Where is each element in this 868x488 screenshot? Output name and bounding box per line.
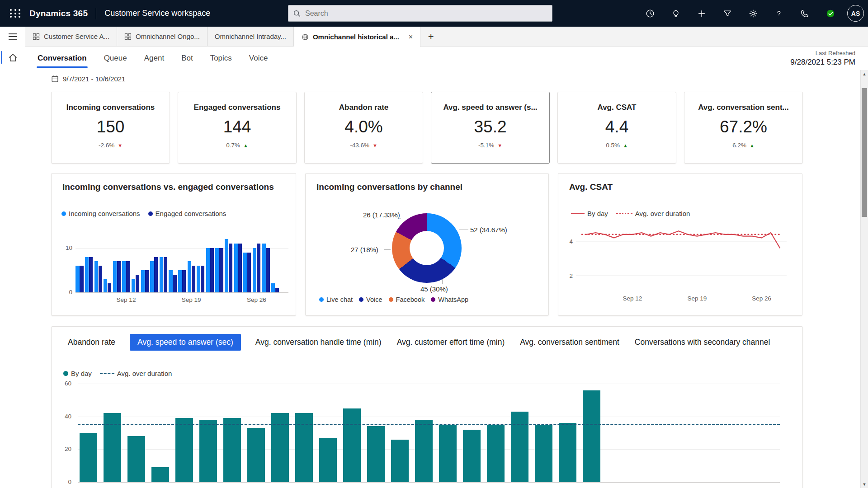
bar xyxy=(113,261,117,292)
trend-up-icon: ▲ xyxy=(750,143,755,148)
scroll-down-arrow[interactable]: ▼ xyxy=(861,480,868,488)
date-range-filter[interactable]: 9/7/2021 - 10/6/2021 xyxy=(51,75,125,83)
app-tab-omnichannel-ongo[interactable]: Omnichannel Ongo... xyxy=(117,27,208,46)
kpi-card-avg-csat[interactable]: Avg. CSAT4.40.5%▲ xyxy=(557,92,676,164)
metric-tab-avg-conversation-handle-time-min[interactable]: Avg. conversation handle time (min) xyxy=(255,334,382,351)
bar xyxy=(266,248,269,292)
slice-callout: 45 (30%) xyxy=(420,285,448,293)
subnav-tab-voice[interactable]: Voice xyxy=(249,47,268,70)
bar xyxy=(238,244,242,292)
metric-tab-abandon-rate[interactable]: Abandon rate xyxy=(67,334,116,351)
topbar-divider xyxy=(96,8,96,19)
legend-dot xyxy=(389,297,393,302)
subnav-tab-conversation[interactable]: Conversation xyxy=(38,47,87,70)
calendar-icon xyxy=(51,75,59,83)
subnav-tab-bot[interactable]: Bot xyxy=(181,47,193,70)
svg-text:4: 4 xyxy=(569,238,573,245)
bar xyxy=(122,261,126,292)
workspace-title: Customer Service workspace xyxy=(104,9,210,18)
kpi-title: Avg. speed to answer (s... xyxy=(431,103,549,112)
app-tab-customer-service-a[interactable]: Customer Service A... xyxy=(25,27,117,46)
kpi-card-incoming-conversations[interactable]: Incoming conversations150-2.6%▼ xyxy=(51,92,170,164)
bar xyxy=(247,428,265,482)
svg-text:2: 2 xyxy=(569,272,573,279)
legend-dot xyxy=(63,371,68,376)
phone-icon[interactable] xyxy=(796,5,814,23)
settings-gear-icon[interactable] xyxy=(744,5,762,23)
presence-available-icon[interactable] xyxy=(821,5,840,23)
svg-text:Sep 26: Sep 26 xyxy=(752,295,771,302)
help-icon[interactable] xyxy=(770,5,788,23)
subnav-tab-agent[interactable]: Agent xyxy=(144,47,164,70)
active-nav-indicator xyxy=(1,51,2,64)
metric-tab-avg-customer-effort-time-min[interactable]: Avg. customer effort time (min) xyxy=(396,334,506,351)
bar xyxy=(132,279,135,292)
bar xyxy=(583,390,600,482)
bar xyxy=(559,423,576,482)
legend-dot xyxy=(148,211,153,216)
kpi-title: Avg. conversation sent... xyxy=(684,103,802,112)
topbar-actions: AS xyxy=(641,0,864,27)
kpi-delta: -2.6%▼ xyxy=(52,142,170,149)
bar xyxy=(197,266,200,292)
bar xyxy=(275,288,279,292)
filter-icon[interactable] xyxy=(718,5,736,23)
scrollbar-thumb[interactable] xyxy=(862,88,867,217)
bar xyxy=(94,261,98,292)
bar xyxy=(225,239,228,292)
waffle-menu-button[interactable] xyxy=(10,9,21,18)
home-nav-item[interactable] xyxy=(0,47,25,68)
bar xyxy=(141,270,145,292)
add-icon[interactable] xyxy=(693,5,711,23)
bar xyxy=(175,418,193,482)
svg-text:Sep 12: Sep 12 xyxy=(623,295,642,302)
kpi-delta: 0.7%▲ xyxy=(178,142,296,149)
hamburger-menu-button[interactable] xyxy=(0,27,25,47)
bar xyxy=(343,408,361,482)
date-range-text: 9/7/2021 - 10/6/2021 xyxy=(63,75,125,83)
kpi-value: 35.2 xyxy=(431,117,549,136)
metric-tab-avg-speed-to-answer-sec[interactable]: Avg. speed to answer (sec) xyxy=(130,334,241,351)
close-tab-icon[interactable]: × xyxy=(409,33,413,41)
bar xyxy=(126,261,130,292)
metric-tab-avg-conversation-sentiment[interactable]: Avg. conversation sentiment xyxy=(519,334,620,351)
report-subnav: ConversationQueueAgentBotTopicsVoice Las… xyxy=(25,47,868,70)
global-search[interactable] xyxy=(288,5,552,22)
bar xyxy=(367,426,385,482)
grid-tab-icon xyxy=(33,33,40,40)
kpi-card-engaged-conversations[interactable]: Engaged conversations1440.7%▲ xyxy=(178,92,297,164)
app-tab-omnichannel-intraday[interactable]: Omnichannel Intraday... xyxy=(208,27,294,46)
kpi-card-abandon-rate[interactable]: Abandon rate4.0%-43.6%▼ xyxy=(304,92,423,164)
bar xyxy=(391,440,409,482)
new-tab-button[interactable]: + xyxy=(420,27,441,46)
top-app-bar: Dynamics 365 Customer Service workspace … xyxy=(0,0,868,27)
last-refreshed-label: Last Refreshed xyxy=(790,50,855,56)
bar xyxy=(535,425,552,482)
kpi-card-avg-conversation-sent[interactable]: Avg. conversation sent...67.2%6.2%▲ xyxy=(684,92,803,164)
bar xyxy=(199,420,217,482)
bar xyxy=(439,425,457,482)
bar xyxy=(164,257,167,292)
last-refreshed-value: 9/28/2021 5:23 PM xyxy=(790,58,855,67)
subnav-tab-topics[interactable]: Topics xyxy=(210,47,232,70)
lightbulb-icon[interactable] xyxy=(667,5,685,23)
legend-dot xyxy=(61,211,66,216)
avatar[interactable]: AS xyxy=(847,5,864,22)
chart-title: Incoming conversations vs. engaged conve… xyxy=(62,182,274,192)
metric-tab-conversations-with-secondary-channel[interactable]: Conversations with secondary channel xyxy=(634,334,771,351)
kpi-value: 67.2% xyxy=(684,117,802,136)
bar xyxy=(89,257,93,292)
bar xyxy=(173,275,176,292)
subnav-tab-queue[interactable]: Queue xyxy=(104,47,127,70)
dashboard-content: 9/7/2021 - 10/6/2021 Incoming conversati… xyxy=(25,70,868,488)
metric-detail-card: Abandon rateAvg. speed to answer (sec)Av… xyxy=(51,326,803,488)
clock-icon[interactable] xyxy=(641,5,659,23)
search-input[interactable] xyxy=(305,9,547,18)
bar xyxy=(151,467,169,482)
chart-legend: Live chatVoiceFacebookWhatsApp xyxy=(319,296,468,303)
app-tab-omnichannel-historical-a[interactable]: Omnichannel historical a...× xyxy=(294,27,420,47)
kpi-card-avg-speed-to-answer-s[interactable]: Avg. speed to answer (s...35.2-5.1%▼ xyxy=(431,92,550,164)
kpi-value: 150 xyxy=(52,117,170,136)
scroll-up-arrow[interactable]: ▲ xyxy=(861,70,868,78)
bar xyxy=(80,433,97,482)
